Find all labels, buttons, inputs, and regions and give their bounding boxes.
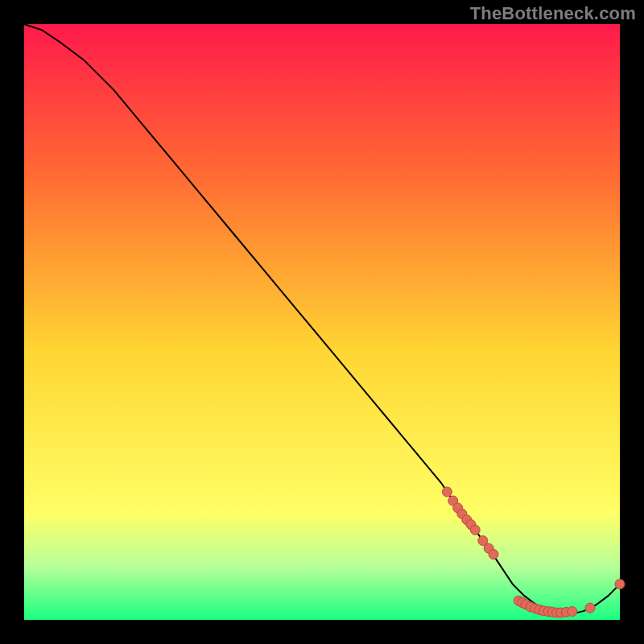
curve-marker bbox=[489, 550, 498, 559]
plot-gradient-bg bbox=[24, 24, 620, 620]
curve-marker bbox=[568, 607, 577, 617]
watermark-label: TheBottleneck.com bbox=[470, 3, 636, 24]
bottleneck-chart bbox=[0, 0, 644, 644]
curve-marker bbox=[615, 580, 625, 589]
curve-marker bbox=[470, 525, 480, 535]
curve-marker bbox=[585, 603, 595, 613]
curve-marker bbox=[442, 487, 452, 497]
chart-stage: TheBottleneck.com bbox=[0, 0, 644, 644]
